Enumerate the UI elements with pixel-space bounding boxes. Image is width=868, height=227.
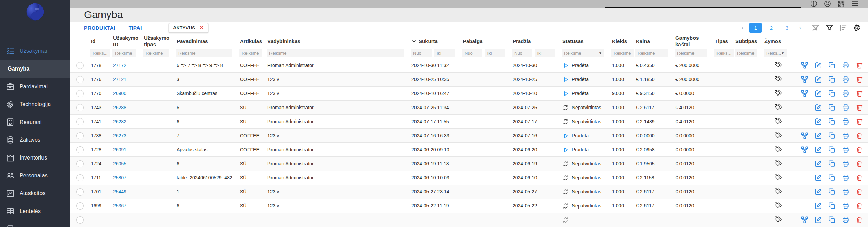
edit-icon[interactable] (815, 118, 822, 125)
row-select-radio[interactable] (76, 174, 84, 181)
print-icon[interactable] (842, 160, 849, 167)
filter-value-input[interactable]: Reikš... (90, 49, 110, 57)
trash-icon[interactable] (856, 188, 863, 196)
flow-icon[interactable] (801, 146, 808, 153)
filter-icon[interactable] (825, 24, 834, 32)
column-header-price[interactable]: Kaina (632, 38, 672, 45)
page-next-button[interactable]: › (796, 24, 804, 31)
sidebar-item-aliavos[interactable]: Žaliavos (0, 131, 70, 149)
trash-icon[interactable] (856, 90, 863, 97)
copy-icon[interactable] (828, 188, 836, 196)
column-header-order_id[interactable]: Užsakymo ID (110, 35, 141, 48)
print-icon[interactable] (842, 216, 849, 224)
copy-icon[interactable] (828, 104, 836, 111)
tags-icon[interactable] (774, 160, 782, 167)
flow-icon[interactable] (801, 132, 808, 139)
copy-icon[interactable] (828, 174, 836, 181)
sidebar-item-technologija[interactable]: Technologija (0, 96, 70, 113)
page-button-1[interactable]: 1 (749, 23, 762, 33)
row-select-radio[interactable] (76, 132, 84, 139)
filter-value-input[interactable]: Reikšmė (112, 49, 136, 57)
order-id-link[interactable]: 26091 (113, 147, 126, 152)
smiley-icon[interactable] (824, 0, 831, 8)
order-id-link[interactable]: 26288 (113, 105, 126, 110)
flow-icon[interactable] (801, 216, 808, 224)
flow-icon[interactable] (801, 62, 808, 69)
order-id-link[interactable]: 26282 (113, 119, 126, 124)
copy-icon[interactable] (828, 216, 836, 224)
edit-icon[interactable] (815, 160, 822, 167)
row-select-radio[interactable] (76, 216, 84, 224)
print-icon[interactable] (842, 188, 849, 196)
trash-icon[interactable] (856, 202, 863, 210)
trash-icon[interactable] (856, 132, 863, 139)
sidebar-item-personalas[interactable]: Personalas (0, 167, 70, 185)
edit-icon[interactable] (815, 104, 822, 111)
sidebar-item-u-sakymai[interactable]: Užsakymai (0, 42, 70, 60)
tags-icon[interactable] (774, 202, 782, 209)
filter-to-input[interactable]: Iki (485, 49, 505, 57)
brain-icon[interactable] (810, 0, 818, 8)
search-field[interactable] (605, 0, 801, 8)
edit-icon[interactable] (815, 146, 822, 153)
sidebar-item-lentel-s[interactable]: Lentelės (0, 202, 70, 220)
sidebar-item-ataskaitos[interactable]: Ataskaitos (0, 185, 70, 202)
menu-icon[interactable] (851, 0, 859, 8)
tags-icon[interactable] (774, 188, 782, 195)
column-header-tags[interactable]: Žymos (761, 38, 790, 45)
copy-icon[interactable] (828, 62, 836, 69)
row-select-radio[interactable] (76, 118, 84, 125)
tab-tipai[interactable]: TIPAI (129, 25, 142, 31)
column-header-id[interactable]: Id (87, 38, 110, 45)
filter-value-input[interactable]: Reikšmė (675, 49, 707, 57)
column-header-type[interactable]: Tipas (711, 38, 732, 45)
print-icon[interactable] (842, 202, 849, 210)
edit-icon[interactable] (815, 174, 822, 181)
settings-icon[interactable] (853, 24, 861, 32)
tags-icon[interactable] (774, 61, 782, 69)
page-button-3[interactable]: 3 (781, 23, 794, 33)
edit-icon[interactable] (815, 202, 822, 210)
tags-icon[interactable] (774, 131, 782, 139)
filter-value-input[interactable]: Reikšmė (267, 49, 404, 57)
column-header-created[interactable]: Sukurta (408, 38, 459, 45)
order-id-link[interactable]: 26273 (113, 133, 126, 138)
tags-icon[interactable] (774, 117, 782, 125)
row-select-radio[interactable] (76, 62, 84, 69)
tab-produktai[interactable]: PRODUKTAI (84, 25, 116, 31)
column-header-cost[interactable]: Gamybos kaštai (672, 35, 711, 48)
copy-icon[interactable] (828, 76, 836, 83)
column-header-article[interactable]: Artikulas (237, 38, 264, 45)
sidebar-item-inventorius[interactable]: Inventorius (0, 149, 70, 167)
copy-icon[interactable] (828, 132, 836, 139)
order-id-link[interactable]: 25807 (113, 175, 126, 180)
edit-icon[interactable] (815, 188, 822, 196)
order-id-link[interactable]: 26055 (113, 161, 126, 166)
tags-icon[interactable] (774, 174, 782, 181)
trash-icon[interactable] (856, 104, 863, 111)
print-icon[interactable] (842, 118, 849, 125)
row-select-radio[interactable] (76, 104, 84, 111)
column-header-subtype[interactable]: Subtipas (732, 38, 761, 45)
filter-off-icon[interactable] (811, 24, 820, 32)
row-select-radio[interactable] (76, 76, 84, 83)
copy-icon[interactable] (828, 90, 836, 97)
sidebar-item-pardavimai[interactable]: Pardavimai (0, 78, 70, 96)
row-select-radio[interactable] (76, 160, 84, 167)
page-prev-button[interactable]: ‹ (739, 24, 746, 31)
dropdown-arrow-icon[interactable]: ▼ (599, 51, 602, 55)
order-id-link[interactable]: 25367 (113, 203, 126, 209)
filter-value-input[interactable]: Reikšmė (611, 49, 634, 57)
edit-icon[interactable] (815, 62, 822, 69)
flow-icon[interactable] (801, 90, 808, 97)
filter-to-input[interactable]: Iki (434, 49, 455, 57)
print-icon[interactable] (842, 146, 849, 153)
row-select-radio[interactable] (76, 146, 84, 153)
trash-icon[interactable] (856, 76, 863, 83)
order-id-link[interactable]: 27121 (113, 77, 126, 82)
row-select-radio[interactable] (76, 188, 84, 196)
print-icon[interactable] (842, 62, 849, 69)
tags-icon[interactable] (774, 89, 782, 97)
filter-value-input[interactable]: Reikš...▼ (764, 49, 787, 57)
filter-value-input[interactable]: Reikšmė (176, 49, 232, 57)
